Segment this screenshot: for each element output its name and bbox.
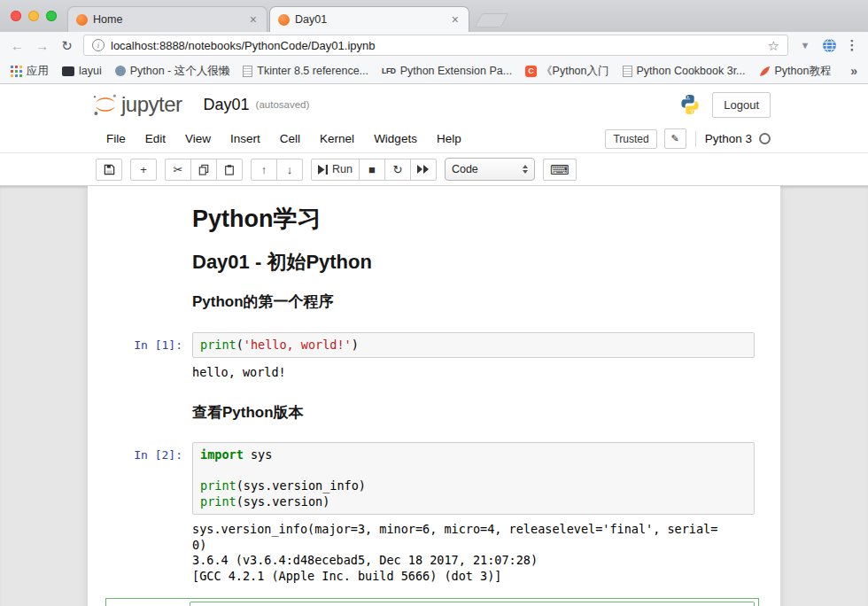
- command-palette-button[interactable]: ⌨: [543, 159, 577, 181]
- menu-edit[interactable]: Edit: [136, 132, 175, 145]
- code-input-2[interactable]: import sys print(sys.version_info) print…: [192, 442, 755, 515]
- run-label: Run: [332, 163, 353, 175]
- clipboard-icon: [224, 164, 235, 175]
- code-cell-2[interactable]: In [2]: import sys print(sys.version_inf…: [88, 442, 780, 515]
- output-area-2: sys.version_info(major=3, minor=6, micro…: [88, 520, 780, 584]
- notebook-page: Python学习 Day01 - 初始Python Python的第一个程序 I…: [88, 186, 780, 606]
- bookmark-tkinter-reference[interactable]: Tkinter 8.5 reference...: [243, 65, 368, 77]
- bookmark-label: Tkinter 8.5 reference...: [257, 65, 368, 77]
- menu-widgets[interactable]: Widgets: [364, 132, 427, 145]
- csdn-favicon-icon: C: [525, 66, 537, 77]
- bookmark-apps[interactable]: 应用: [11, 64, 49, 79]
- window-zoom-button[interactable]: [46, 11, 57, 21]
- bookmarks-overflow-icon[interactable]: »: [850, 64, 857, 78]
- bookmark-label: Python Extension Pa...: [400, 65, 512, 77]
- code-input-3[interactable]: [190, 602, 755, 606]
- restart-kernel-button[interactable]: ↻: [384, 159, 411, 181]
- bookmark-python-extension[interactable]: LFD Python Extension Pa...: [382, 65, 512, 77]
- window-close-button[interactable]: [11, 11, 21, 21]
- forward-button[interactable]: →: [34, 39, 50, 52]
- trusted-badge[interactable]: Trusted: [605, 129, 656, 149]
- blog-favicon-icon: [115, 66, 126, 76]
- kernel-idle-indicator-icon: [759, 133, 771, 144]
- browser-menu-icon[interactable]: ⋮: [845, 37, 859, 53]
- url-text[interactable]: localhost:8888/notebooks/PythonCode/Day0…: [111, 39, 762, 52]
- jupyter-header: jupyter Day01 (autosaved) Logout: [0, 84, 868, 125]
- run-button[interactable]: Run: [311, 159, 360, 181]
- new-tab-button[interactable]: [475, 13, 509, 27]
- menu-view[interactable]: View: [175, 132, 221, 145]
- header-right: Logout: [678, 92, 868, 118]
- paste-cells-button[interactable]: [216, 159, 243, 181]
- cell-type-select[interactable]: Code: [445, 158, 535, 181]
- bookmark-label: Python - 这个人很懒: [130, 64, 230, 79]
- markdown-heading-first-program[interactable]: Python的第一个程序: [192, 293, 754, 311]
- markdown-heading-version[interactable]: 查看Python版本: [192, 404, 754, 422]
- copy-cells-button[interactable]: [190, 159, 217, 181]
- reload-button[interactable]: ↻: [58, 39, 75, 52]
- menubar-right: Trusted ✎ Python 3: [605, 128, 771, 149]
- globe-extension-icon[interactable]: [822, 38, 837, 53]
- code-text: print('hello, world!'): [200, 338, 747, 354]
- bookmark-python-tutorial[interactable]: Python教程: [759, 64, 832, 79]
- save-button[interactable]: [96, 159, 122, 181]
- markdown-heading-2[interactable]: Day01 - 初始Python: [192, 251, 754, 273]
- edit-title-button[interactable]: ✎: [664, 128, 686, 149]
- move-button-group: ↑ ↓: [251, 159, 303, 181]
- menu-file[interactable]: File: [97, 132, 136, 145]
- run-button-group: Run ■ ↻: [311, 159, 437, 181]
- restart-icon: ↻: [392, 164, 402, 175]
- tab-home[interactable]: Home ×: [67, 6, 267, 32]
- interrupt-kernel-button[interactable]: ■: [359, 159, 385, 181]
- scissors-icon: ✂: [174, 164, 183, 175]
- stop-icon: ■: [368, 164, 376, 175]
- jupyter-logo-icon: [92, 92, 119, 117]
- cell-type-value: Code: [452, 163, 478, 175]
- tab-title: Home: [93, 13, 243, 26]
- insert-cell-below-button[interactable]: +: [130, 159, 157, 181]
- tab-day01[interactable]: Day01 ×: [269, 6, 469, 32]
- menu-cell[interactable]: Cell: [270, 132, 310, 145]
- tab-close-icon[interactable]: ×: [450, 13, 461, 26]
- bookmark-python-intro[interactable]: C 《Python入门: [525, 64, 608, 79]
- bookmark-python-blog[interactable]: Python - 这个人很懒: [115, 64, 230, 79]
- site-info-icon[interactable]: i: [92, 39, 105, 51]
- bookmark-layui[interactable]: layui: [62, 65, 102, 77]
- back-button[interactable]: ←: [9, 39, 26, 52]
- move-cell-down-button[interactable]: ↓: [276, 159, 303, 181]
- markdown-heading-1[interactable]: Python学习: [192, 206, 754, 233]
- feather-favicon-icon: [759, 66, 771, 77]
- code-input-1[interactable]: print('hello, world!'): [192, 332, 755, 359]
- code-cell-3-selected[interactable]: In [ ]:: [105, 598, 759, 606]
- divider: [695, 131, 696, 147]
- restart-run-all-button[interactable]: [410, 159, 437, 181]
- menu-help[interactable]: Help: [427, 132, 471, 145]
- jupyter-logo[interactable]: jupyter: [92, 92, 182, 117]
- input-prompt: In [1]:: [88, 332, 192, 352]
- logout-button[interactable]: Logout: [712, 92, 771, 118]
- cut-cells-button[interactable]: ✂: [165, 159, 191, 181]
- browser-toolbar: ← → ↻ i localhost:8888/notebooks/PythonC…: [0, 32, 868, 58]
- address-bar[interactable]: i localhost:8888/notebooks/PythonCode/Da…: [83, 35, 788, 56]
- move-cell-up-button[interactable]: ↑: [251, 159, 277, 181]
- jupyter-menubar: File Edit View Insert Cell Kernel Widget…: [0, 125, 868, 153]
- menu-insert[interactable]: Insert: [221, 132, 270, 145]
- kernel-name: Python 3: [705, 132, 752, 145]
- notebook-title[interactable]: Day01: [204, 96, 250, 114]
- output-prompt: [88, 363, 192, 369]
- bookmark-python-cookbook[interactable]: Python Cookbook 3r...: [623, 65, 746, 77]
- apps-grid-icon: [11, 66, 22, 77]
- arrow-down-icon: ↓: [287, 164, 293, 175]
- menu-kernel[interactable]: Kernel: [310, 132, 364, 145]
- code-cell-1[interactable]: In [1]: print('hello, world!'): [88, 332, 780, 359]
- notebook-scroll-area[interactable]: Python学习 Day01 - 初始Python Python的第一个程序 I…: [0, 185, 868, 606]
- bookmark-star-icon[interactable]: ☆: [768, 39, 779, 52]
- bookmark-label: 《Python入门: [541, 64, 608, 79]
- jupyter-favicon-icon: [76, 14, 88, 26]
- tab-title: Day01: [295, 13, 445, 26]
- window-minimize-button[interactable]: [28, 11, 39, 21]
- download-caret-icon[interactable]: ▼: [796, 40, 814, 50]
- output-text: hello, world!: [192, 363, 755, 381]
- run-icon: [318, 165, 328, 175]
- tab-close-icon[interactable]: ×: [248, 13, 259, 26]
